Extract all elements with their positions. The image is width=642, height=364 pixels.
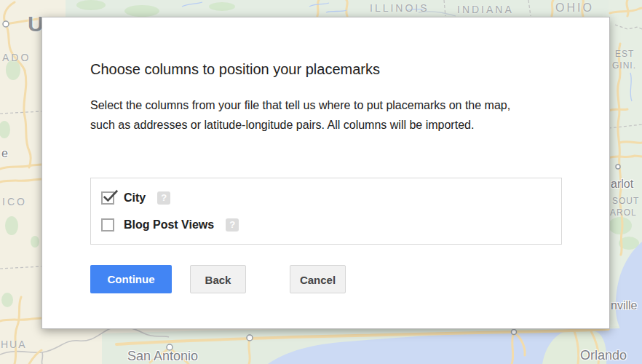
map-label-colorado: ADO (2, 52, 31, 63)
import-columns-dialog: Choose columns to position your placemar… (41, 17, 610, 329)
column-row-city: City ? (101, 191, 551, 205)
app-window: ILLINOIS INDIANA OHIO U ADO e ICO HUA Sa… (0, 0, 642, 364)
column-label-blog-post-views[interactable]: Blog Post Views (124, 218, 214, 232)
checkmark-icon (103, 189, 119, 204)
map-label-san-antonio: San Antonio (127, 349, 198, 364)
map-label-south-carolina-2: AROL (610, 207, 637, 218)
map-label-charlotte: arlot (611, 178, 633, 191)
column-checkbox-0[interactable] (101, 191, 114, 205)
map-label-jacksonville: nville (611, 299, 637, 312)
dialog-description: Select the columns from your file that t… (90, 95, 512, 135)
dialog-title: Choose columns to position your placemar… (90, 61, 380, 78)
column-checkbox-1[interactable] (101, 218, 114, 232)
map-label-chihuahua: HUA (1, 339, 27, 350)
continue-button[interactable]: Continue (90, 265, 172, 293)
column-label-city[interactable]: City (124, 191, 146, 205)
map-label-illinois: ILLINOIS (370, 2, 429, 14)
map-label-west-virginia-2: GINI. (612, 60, 636, 71)
map-label-santa-fe: e (1, 147, 8, 160)
map-label-indiana: INDIANA (457, 4, 514, 15)
column-row-blog-post-views: Blog Post Views ? (101, 218, 551, 232)
map-label-new-mexico: ICO (2, 196, 27, 207)
back-button[interactable]: Back (190, 265, 246, 293)
cancel-button[interactable]: Cancel (290, 265, 346, 293)
map-label-west-virginia-1: EST (615, 49, 634, 59)
help-icon[interactable]: ? (157, 191, 170, 205)
map-label-ohio: OHIO (555, 1, 594, 15)
help-icon[interactable]: ? (226, 218, 239, 232)
columns-list: City ? Blog Post Views ? (90, 178, 562, 245)
map-label-south-carolina-1: SOUT (612, 196, 639, 206)
map-label-orlando: Orlando (580, 348, 627, 363)
